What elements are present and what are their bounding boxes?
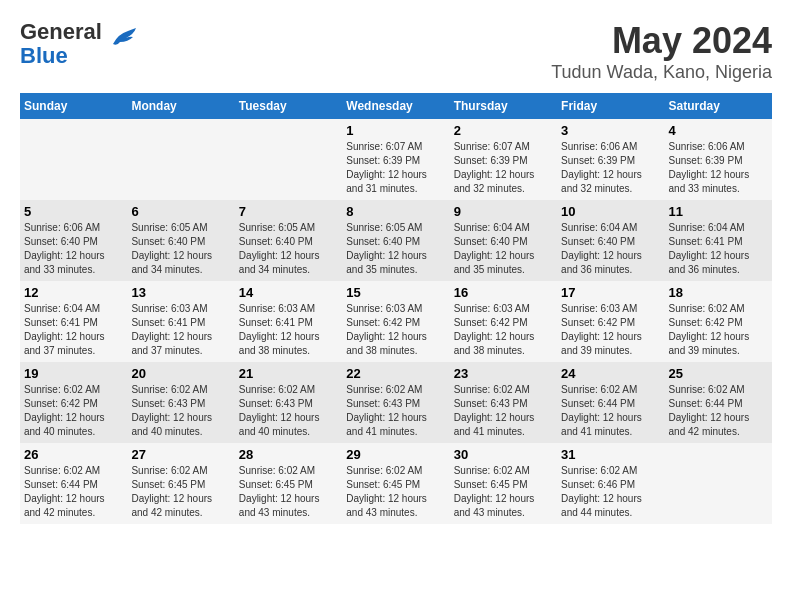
- day-info: Sunrise: 6:03 AM Sunset: 6:42 PM Dayligh…: [561, 302, 660, 358]
- calendar-cell: 18Sunrise: 6:02 AM Sunset: 6:42 PM Dayli…: [665, 281, 772, 362]
- calendar-cell: 12Sunrise: 6:04 AM Sunset: 6:41 PM Dayli…: [20, 281, 127, 362]
- day-info: Sunrise: 6:07 AM Sunset: 6:39 PM Dayligh…: [346, 140, 445, 196]
- calendar-cell: 29Sunrise: 6:02 AM Sunset: 6:45 PM Dayli…: [342, 443, 449, 524]
- day-info: Sunrise: 6:02 AM Sunset: 6:45 PM Dayligh…: [239, 464, 338, 520]
- day-info: Sunrise: 6:02 AM Sunset: 6:44 PM Dayligh…: [24, 464, 123, 520]
- day-number: 25: [669, 366, 768, 381]
- day-info: Sunrise: 6:02 AM Sunset: 6:43 PM Dayligh…: [131, 383, 230, 439]
- weekday-header-friday: Friday: [557, 93, 664, 119]
- day-info: Sunrise: 6:02 AM Sunset: 6:46 PM Dayligh…: [561, 464, 660, 520]
- calendar-week-row: 1Sunrise: 6:07 AM Sunset: 6:39 PM Daylig…: [20, 119, 772, 200]
- day-number: 18: [669, 285, 768, 300]
- day-number: 20: [131, 366, 230, 381]
- day-info: Sunrise: 6:02 AM Sunset: 6:45 PM Dayligh…: [454, 464, 553, 520]
- day-number: 8: [346, 204, 445, 219]
- day-info: Sunrise: 6:05 AM Sunset: 6:40 PM Dayligh…: [346, 221, 445, 277]
- day-number: 29: [346, 447, 445, 462]
- location-title: Tudun Wada, Kano, Nigeria: [551, 62, 772, 83]
- day-number: 22: [346, 366, 445, 381]
- month-title: May 2024: [551, 20, 772, 62]
- day-info: Sunrise: 6:02 AM Sunset: 6:45 PM Dayligh…: [346, 464, 445, 520]
- day-number: 5: [24, 204, 123, 219]
- calendar-cell: [235, 119, 342, 200]
- day-info: Sunrise: 6:06 AM Sunset: 6:40 PM Dayligh…: [24, 221, 123, 277]
- logo-bird-icon: [108, 26, 138, 52]
- calendar-cell: 27Sunrise: 6:02 AM Sunset: 6:45 PM Dayli…: [127, 443, 234, 524]
- calendar-cell: 30Sunrise: 6:02 AM Sunset: 6:45 PM Dayli…: [450, 443, 557, 524]
- calendar-week-row: 5Sunrise: 6:06 AM Sunset: 6:40 PM Daylig…: [20, 200, 772, 281]
- day-number: 11: [669, 204, 768, 219]
- day-info: Sunrise: 6:03 AM Sunset: 6:42 PM Dayligh…: [454, 302, 553, 358]
- day-number: 4: [669, 123, 768, 138]
- calendar-cell: 25Sunrise: 6:02 AM Sunset: 6:44 PM Dayli…: [665, 362, 772, 443]
- weekday-header-thursday: Thursday: [450, 93, 557, 119]
- weekday-header-saturday: Saturday: [665, 93, 772, 119]
- day-info: Sunrise: 6:05 AM Sunset: 6:40 PM Dayligh…: [239, 221, 338, 277]
- calendar-cell: [665, 443, 772, 524]
- day-info: Sunrise: 6:02 AM Sunset: 6:44 PM Dayligh…: [561, 383, 660, 439]
- calendar-cell: 19Sunrise: 6:02 AM Sunset: 6:42 PM Dayli…: [20, 362, 127, 443]
- calendar-table: SundayMondayTuesdayWednesdayThursdayFrid…: [20, 93, 772, 524]
- calendar-cell: 15Sunrise: 6:03 AM Sunset: 6:42 PM Dayli…: [342, 281, 449, 362]
- day-number: 19: [24, 366, 123, 381]
- day-number: 9: [454, 204, 553, 219]
- day-info: Sunrise: 6:07 AM Sunset: 6:39 PM Dayligh…: [454, 140, 553, 196]
- calendar-cell: 28Sunrise: 6:02 AM Sunset: 6:45 PM Dayli…: [235, 443, 342, 524]
- calendar-cell: [20, 119, 127, 200]
- day-number: 30: [454, 447, 553, 462]
- day-number: 28: [239, 447, 338, 462]
- calendar-cell: 6Sunrise: 6:05 AM Sunset: 6:40 PM Daylig…: [127, 200, 234, 281]
- day-number: 12: [24, 285, 123, 300]
- day-info: Sunrise: 6:04 AM Sunset: 6:41 PM Dayligh…: [24, 302, 123, 358]
- day-info: Sunrise: 6:05 AM Sunset: 6:40 PM Dayligh…: [131, 221, 230, 277]
- day-number: 26: [24, 447, 123, 462]
- calendar-cell: 23Sunrise: 6:02 AM Sunset: 6:43 PM Dayli…: [450, 362, 557, 443]
- day-number: 3: [561, 123, 660, 138]
- weekday-header-monday: Monday: [127, 93, 234, 119]
- page-header: General Blue May 2024 Tudun Wada, Kano, …: [20, 20, 772, 83]
- calendar-cell: 7Sunrise: 6:05 AM Sunset: 6:40 PM Daylig…: [235, 200, 342, 281]
- weekday-header-row: SundayMondayTuesdayWednesdayThursdayFrid…: [20, 93, 772, 119]
- day-number: 15: [346, 285, 445, 300]
- day-info: Sunrise: 6:02 AM Sunset: 6:43 PM Dayligh…: [454, 383, 553, 439]
- calendar-cell: 21Sunrise: 6:02 AM Sunset: 6:43 PM Dayli…: [235, 362, 342, 443]
- calendar-cell: 3Sunrise: 6:06 AM Sunset: 6:39 PM Daylig…: [557, 119, 664, 200]
- calendar-cell: 13Sunrise: 6:03 AM Sunset: 6:41 PM Dayli…: [127, 281, 234, 362]
- day-number: 23: [454, 366, 553, 381]
- calendar-cell: 17Sunrise: 6:03 AM Sunset: 6:42 PM Dayli…: [557, 281, 664, 362]
- calendar-cell: 20Sunrise: 6:02 AM Sunset: 6:43 PM Dayli…: [127, 362, 234, 443]
- day-info: Sunrise: 6:03 AM Sunset: 6:41 PM Dayligh…: [131, 302, 230, 358]
- calendar-cell: 11Sunrise: 6:04 AM Sunset: 6:41 PM Dayli…: [665, 200, 772, 281]
- day-info: Sunrise: 6:06 AM Sunset: 6:39 PM Dayligh…: [561, 140, 660, 196]
- weekday-header-sunday: Sunday: [20, 93, 127, 119]
- day-number: 14: [239, 285, 338, 300]
- calendar-cell: 24Sunrise: 6:02 AM Sunset: 6:44 PM Dayli…: [557, 362, 664, 443]
- day-info: Sunrise: 6:02 AM Sunset: 6:42 PM Dayligh…: [669, 302, 768, 358]
- day-number: 16: [454, 285, 553, 300]
- weekday-header-tuesday: Tuesday: [235, 93, 342, 119]
- calendar-cell: 2Sunrise: 6:07 AM Sunset: 6:39 PM Daylig…: [450, 119, 557, 200]
- day-number: 1: [346, 123, 445, 138]
- day-number: 24: [561, 366, 660, 381]
- day-number: 17: [561, 285, 660, 300]
- calendar-week-row: 19Sunrise: 6:02 AM Sunset: 6:42 PM Dayli…: [20, 362, 772, 443]
- day-number: 6: [131, 204, 230, 219]
- calendar-cell: 8Sunrise: 6:05 AM Sunset: 6:40 PM Daylig…: [342, 200, 449, 281]
- day-number: 2: [454, 123, 553, 138]
- day-info: Sunrise: 6:02 AM Sunset: 6:44 PM Dayligh…: [669, 383, 768, 439]
- logo: General Blue: [20, 20, 138, 68]
- calendar-cell: 26Sunrise: 6:02 AM Sunset: 6:44 PM Dayli…: [20, 443, 127, 524]
- calendar-cell: 22Sunrise: 6:02 AM Sunset: 6:43 PM Dayli…: [342, 362, 449, 443]
- calendar-cell: 1Sunrise: 6:07 AM Sunset: 6:39 PM Daylig…: [342, 119, 449, 200]
- day-number: 13: [131, 285, 230, 300]
- day-info: Sunrise: 6:04 AM Sunset: 6:40 PM Dayligh…: [561, 221, 660, 277]
- calendar-cell: 5Sunrise: 6:06 AM Sunset: 6:40 PM Daylig…: [20, 200, 127, 281]
- day-info: Sunrise: 6:02 AM Sunset: 6:42 PM Dayligh…: [24, 383, 123, 439]
- day-info: Sunrise: 6:03 AM Sunset: 6:42 PM Dayligh…: [346, 302, 445, 358]
- calendar-cell: [127, 119, 234, 200]
- day-number: 21: [239, 366, 338, 381]
- title-section: May 2024 Tudun Wada, Kano, Nigeria: [551, 20, 772, 83]
- day-number: 27: [131, 447, 230, 462]
- calendar-cell: 14Sunrise: 6:03 AM Sunset: 6:41 PM Dayli…: [235, 281, 342, 362]
- logo-text: General Blue: [20, 20, 102, 68]
